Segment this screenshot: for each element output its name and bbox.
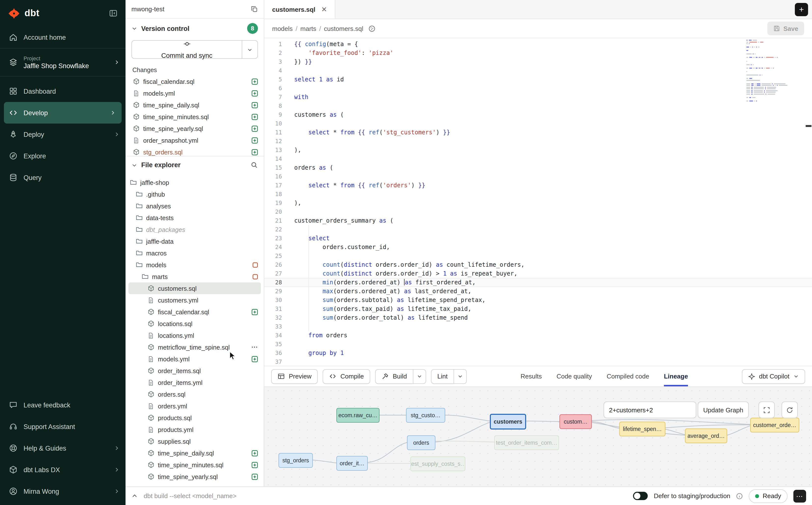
- lineage-node-ecom-raw-cu-[interactable]: ecom.raw_cu…: [336, 408, 379, 423]
- tab-customers-sql[interactable]: customers.sql ✕: [264, 0, 335, 19]
- code-line[interactable]: 22: [264, 225, 812, 234]
- tree-item-time-spine-daily-sql[interactable]: time_spine_daily.sql: [126, 447, 264, 459]
- copy-branch-icon[interactable]: [251, 5, 258, 13]
- change-row[interactable]: time_spine_yearly.sql: [126, 123, 264, 134]
- code-line[interactable]: 9customers as (: [264, 110, 812, 119]
- tree-item-metricflow-time-spine-sql[interactable]: metricflow_time_spine.sql: [126, 341, 264, 353]
- close-tab-icon[interactable]: ✕: [321, 5, 327, 13]
- change-row[interactable]: time_spine_minutes.sql: [126, 111, 264, 123]
- code-line[interactable]: 20: [264, 207, 812, 216]
- tree-item-marts[interactable]: marts: [126, 271, 264, 283]
- code-line[interactable]: 16: [264, 172, 812, 181]
- tree-item-orders-sql[interactable]: orders.sql: [126, 388, 264, 400]
- defer-toggle[interactable]: [633, 492, 648, 500]
- code-line[interactable]: 14: [264, 154, 812, 163]
- code-line[interactable]: 34 from orders: [264, 331, 812, 340]
- tree-item-customers-sql[interactable]: customers.sql: [129, 283, 261, 294]
- code-editor[interactable]: 1{{ config(meta = {2 'favorite_food': 'p…: [264, 38, 812, 366]
- command-input[interactable]: dbt build --select <model_name>: [144, 492, 236, 500]
- tree-item-order-items-sql[interactable]: order_items.sql: [126, 365, 264, 376]
- change-row[interactable]: models.yml: [126, 87, 264, 99]
- code-line[interactable]: 24 orders.customer_id,: [264, 243, 812, 251]
- untracked-add-icon[interactable]: [252, 462, 258, 468]
- sidebar-item-help-guides[interactable]: Help & Guides: [0, 437, 126, 459]
- tree-item-macros[interactable]: macros: [126, 247, 264, 259]
- tree-item-supplies-sql[interactable]: supplies.sql: [126, 436, 264, 447]
- sidebar-item-dbt-labs-dx[interactable]: dbt Labs DX: [0, 459, 126, 481]
- untracked-add-icon[interactable]: [252, 473, 258, 480]
- lineage-node-order-it-[interactable]: order_it…: [336, 456, 368, 471]
- lineage-node-test-order-items-com-[interactable]: test_order_items_com…: [494, 436, 559, 450]
- tree-item-analyses[interactable]: analyses: [126, 200, 264, 212]
- lineage-node-average-ord-[interactable]: average_ord…: [685, 429, 727, 443]
- sidebar-item-user-account[interactable]: Mirna Wong: [0, 481, 126, 502]
- code-line[interactable]: 29 max(orders.ordered_at) as last_ordere…: [264, 287, 812, 296]
- commit-options-dropdown[interactable]: [242, 40, 258, 59]
- sidebar-item-develop[interactable]: Develop: [4, 102, 122, 124]
- collapse-sidebar-icon[interactable]: [109, 9, 118, 18]
- code-line[interactable]: 12: [264, 137, 812, 146]
- lineage-node-orders[interactable]: orders: [407, 436, 436, 450]
- code-line[interactable]: 30 sum(orders.subtotal) as lifetime_spen…: [264, 296, 812, 305]
- lineage-node-customers[interactable]: customers: [490, 414, 526, 430]
- code-line[interactable]: 15orders as (: [264, 163, 812, 172]
- save-button[interactable]: Save: [767, 22, 804, 35]
- code-line[interactable]: 1{{ config(meta = {: [264, 40, 812, 48]
- tree-item-order-items-yml[interactable]: order_items.yml: [126, 376, 264, 388]
- sidebar-item-project[interactable]: Project Jaffle Shop Snowflake: [0, 48, 126, 76]
- code-line[interactable]: 37: [264, 357, 812, 366]
- stage-add-icon[interactable]: [252, 78, 258, 85]
- code-line[interactable]: 18: [264, 190, 812, 199]
- code-line[interactable]: 17 select * from {{ ref('orders') }}: [264, 181, 812, 190]
- build-button[interactable]: Build: [375, 369, 414, 384]
- search-icon[interactable]: [251, 161, 258, 169]
- code-line[interactable]: 11 select * from {{ ref('stg_customers')…: [264, 128, 812, 137]
- stage-add-icon[interactable]: [252, 90, 258, 96]
- lineage-node-custom-[interactable]: custom…: [559, 414, 592, 429]
- tree-item-products-sql[interactable]: products.sql: [126, 412, 264, 424]
- lineage-selector-input[interactable]: [604, 401, 696, 418]
- status-badge[interactable]: Ready: [749, 489, 788, 503]
- code-line[interactable]: 32 sum(orders.order_total) as lifetime_s…: [264, 313, 812, 322]
- code-line[interactable]: 23 select: [264, 234, 812, 243]
- update-graph-button[interactable]: Update Graph: [698, 401, 749, 418]
- code-line[interactable]: 4: [264, 66, 812, 75]
- code-line[interactable]: 7with: [264, 93, 812, 102]
- code-line[interactable]: 10: [264, 119, 812, 128]
- code-line[interactable]: 28 min(orders.ordered_at) as first_order…: [264, 278, 812, 287]
- tree-item-models[interactable]: models: [126, 259, 264, 271]
- tree-item-products-yml[interactable]: products.yml: [126, 424, 264, 436]
- breadcrumb-part[interactable]: marts: [300, 25, 316, 32]
- code-line[interactable]: 31 sum(orders.tax_paid) as lifetime_tax_…: [264, 305, 812, 313]
- lint-options-dropdown[interactable]: [454, 369, 467, 384]
- sidebar-item-support-assistant[interactable]: Support Assistant: [0, 416, 126, 437]
- tree-item-locations-sql[interactable]: locations.sql: [126, 318, 264, 329]
- new-tab-button[interactable]: +: [795, 3, 808, 16]
- sidebar-item-query[interactable]: Query: [0, 167, 126, 188]
- sidebar-item-dashboard[interactable]: Dashboard: [0, 80, 126, 102]
- more-options-button[interactable]: ⋯: [793, 490, 806, 502]
- tree-item-data-tests[interactable]: data-tests: [126, 212, 264, 223]
- sidebar-item-account-home[interactable]: Account home: [0, 26, 126, 48]
- code-line[interactable]: 27 count(distinct orders.order_id) > 1 a…: [264, 269, 812, 278]
- code-line[interactable]: 25: [264, 251, 812, 260]
- compile-button[interactable]: Compile: [323, 369, 370, 384]
- expand-command-bar-icon[interactable]: [131, 493, 138, 499]
- lineage-node-lifetime-spen-[interactable]: lifetime_spen…: [619, 422, 665, 436]
- info-icon[interactable]: [736, 493, 743, 499]
- code-line[interactable]: 3}) }}: [264, 57, 812, 66]
- tab-compiled-code[interactable]: Compiled code: [607, 366, 649, 386]
- change-row[interactable]: time_spine_daily.sql: [126, 99, 264, 111]
- stage-add-icon[interactable]: [252, 102, 258, 108]
- tree-item-dbt-packages[interactable]: dbt_packages: [126, 223, 264, 235]
- commit-and-sync-button[interactable]: Commit and sync: [131, 40, 242, 59]
- breadcrumb-part[interactable]: customers.sql: [324, 25, 363, 32]
- tree-item-jaffle-shop[interactable]: jaffle-shop: [126, 176, 264, 188]
- code-line[interactable]: 19),: [264, 199, 812, 207]
- tab-code-quality[interactable]: Code quality: [556, 366, 592, 386]
- change-row[interactable]: stg_orders.sql: [126, 146, 264, 156]
- code-line[interactable]: 13),: [264, 146, 812, 154]
- code-line[interactable]: 2 'favorite_food': 'pizza': [264, 48, 812, 57]
- code-line[interactable]: 35: [264, 340, 812, 349]
- lineage-panel[interactable]: ecom.raw_cu…stg_custo…customerscustom…li…: [264, 386, 812, 486]
